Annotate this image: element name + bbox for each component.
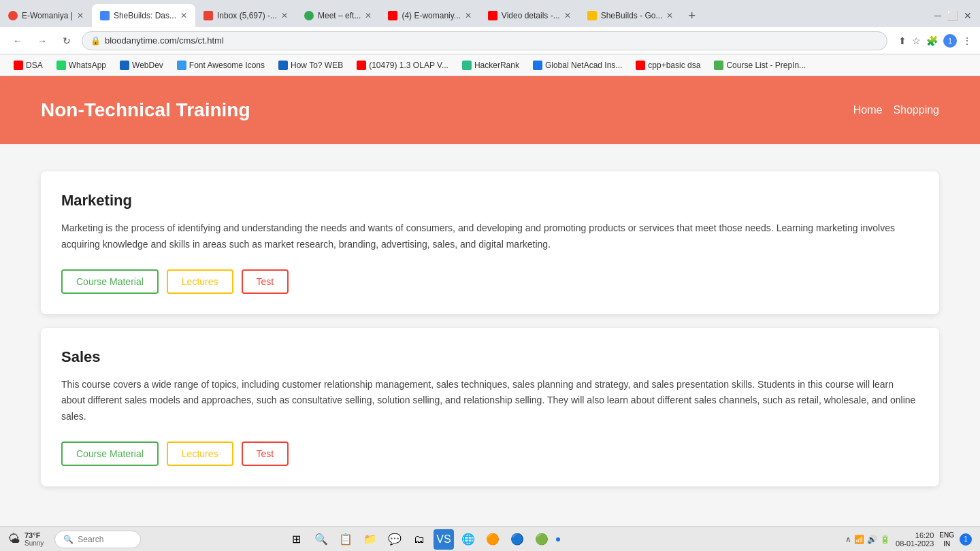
taskbar-clock[interactable]: 16:20 08-01-2023 xyxy=(896,531,934,548)
bookmark-hackerrank-label: HackerRank xyxy=(474,61,519,70)
bookmark-hackerrank-favicon xyxy=(462,61,472,70)
bookmark-howto-favicon xyxy=(278,61,288,70)
bookmark-hackerrank[interactable]: HackerRank xyxy=(457,59,525,72)
bookmark-olap[interactable]: (10479) 1.3 OLAP V... xyxy=(351,59,454,72)
tab-2[interactable]: SheBuilds: Das... ✕ xyxy=(92,4,195,27)
test-button-sales[interactable]: Test xyxy=(242,441,289,466)
reload-button[interactable]: ↻ xyxy=(57,31,76,50)
tab-3[interactable]: Inbox (5,697) -... ✕ xyxy=(195,4,296,27)
tab-5-favicon xyxy=(388,11,397,20)
bookmark-icon[interactable]: ☆ xyxy=(912,35,921,46)
forward-button[interactable]: → xyxy=(33,31,52,50)
taskbar-app-2[interactable]: VS xyxy=(434,529,454,550)
taskbar-windows-button[interactable]: ⊞ xyxy=(287,529,307,550)
tab-1-label: E-Womaniya | xyxy=(22,11,73,20)
tab-3-favicon xyxy=(203,11,213,20)
taskbar-notification-badge[interactable]: 1 xyxy=(960,533,972,546)
profile-icon[interactable]: 1 xyxy=(943,34,957,48)
course-material-button-marketing[interactable]: Course Material xyxy=(61,269,159,294)
taskbar: 🌤 73°F Sunny 🔍 ⊞ 🔍 📋 📁 💬 🗂 VS 🌐 🟠 🔵 🟢 ∧ … xyxy=(0,527,980,551)
tab-6-close[interactable]: ✕ xyxy=(564,11,571,20)
tab-7-close[interactable]: ✕ xyxy=(666,11,673,20)
more-options-icon[interactable]: ⋮ xyxy=(962,35,972,46)
minimize-button[interactable]: ─ xyxy=(934,10,941,21)
tab-6[interactable]: Video details -... ✕ xyxy=(480,4,579,27)
test-button-marketing[interactable]: Test xyxy=(242,269,289,294)
bookmark-prepinsta-favicon xyxy=(714,61,723,70)
tab-2-close[interactable]: ✕ xyxy=(180,11,187,20)
taskbar-up-arrow[interactable]: ∧ xyxy=(845,535,851,544)
bookmark-netacad-label: Global NetAcad Ins... xyxy=(545,61,622,70)
bookmark-cpp[interactable]: cpp+basic dsa xyxy=(630,59,706,72)
bookmark-whatsapp[interactable]: WhatsApp xyxy=(51,59,112,72)
tab-5-close[interactable]: ✕ xyxy=(465,11,472,20)
taskbar-search-app[interactable]: 🔍 xyxy=(311,529,331,550)
tab-7[interactable]: SheBuilds - Go... ✕ xyxy=(579,4,682,27)
tab-5[interactable]: (4) E-womaniy... ✕ xyxy=(380,4,479,27)
taskbar-temp: 73°F xyxy=(24,531,44,539)
tab-1-close[interactable]: ✕ xyxy=(77,11,84,20)
tab-7-favicon xyxy=(587,11,597,20)
taskbar-apps: ⊞ 🔍 📋 📁 💬 🗂 VS 🌐 🟠 🔵 🟢 xyxy=(287,529,560,550)
bookmark-webdev[interactable]: WebDev xyxy=(114,59,169,72)
taskbar-chat-app[interactable]: 💬 xyxy=(385,529,405,550)
tab-4-close[interactable]: ✕ xyxy=(365,11,372,20)
bookmark-fontawesome[interactable]: Font Awesome Icons xyxy=(172,59,270,72)
taskbar-file-explorer[interactable]: 📁 xyxy=(360,529,380,550)
taskbar-condition: Sunny xyxy=(24,539,44,547)
nav-shopping[interactable]: Shopping xyxy=(893,104,939,116)
taskbar-search-box[interactable]: 🔍 xyxy=(54,531,141,548)
taskbar-volume-icon[interactable]: 🔊 xyxy=(867,535,877,544)
nav-home[interactable]: Home xyxy=(853,104,883,116)
taskbar-task-view[interactable]: 📋 xyxy=(336,529,356,550)
taskbar-app-1[interactable]: 🗂 xyxy=(409,529,429,550)
taskbar-app-3[interactable]: 🌐 xyxy=(458,529,478,550)
maximize-button[interactable]: ⬜ xyxy=(947,10,958,21)
weather-icon: 🌤 xyxy=(8,532,20,546)
course-buttons-marketing: Course Material Lectures Test xyxy=(61,269,919,294)
back-button[interactable]: ← xyxy=(8,31,27,50)
course-material-button-sales[interactable]: Course Material xyxy=(61,441,159,466)
bookmark-netacad-favicon xyxy=(533,61,542,70)
taskbar-app-5[interactable]: 🟢 xyxy=(532,529,552,550)
header-nav: Home Shopping xyxy=(853,104,939,116)
course-card-marketing: Marketing Marketing is the process of id… xyxy=(41,171,939,314)
main-content: Marketing Marketing is the process of id… xyxy=(0,144,980,514)
bookmark-dsa[interactable]: DSA xyxy=(8,59,48,72)
bookmark-webdev-favicon xyxy=(120,61,129,70)
address-input[interactable]: 🔒 bloodanytime.com/cms/ct.html xyxy=(82,31,887,50)
lectures-button-marketing[interactable]: Lectures xyxy=(167,269,233,294)
taskbar-system-tray: ∧ 📶 🔊 🔋 16:20 08-01-2023 ENG IN 1 xyxy=(845,531,972,548)
address-bar-row: ← → ↻ 🔒 bloodanytime.com/cms/ct.html ⬆ ☆… xyxy=(0,27,980,54)
taskbar-search-input[interactable] xyxy=(78,535,132,544)
page-content: Non-Technical Training Home Shopping Mar… xyxy=(0,76,980,527)
bookmark-howto-label: How To? WEB xyxy=(291,61,343,70)
taskbar-search-icon: 🔍 xyxy=(63,535,74,544)
tab-2-label: SheBuilds: Das... xyxy=(114,11,176,20)
lectures-button-sales[interactable]: Lectures xyxy=(167,441,233,466)
bookmarks-bar: DSA WhatsApp WebDev Font Awesome Icons H… xyxy=(0,54,980,76)
bookmark-prepinsta-label: Course List - PrepIn... xyxy=(726,61,806,70)
bookmark-dsa-label: DSA xyxy=(26,61,43,70)
bookmark-prepinsta[interactable]: Course List - PrepIn... xyxy=(708,59,811,72)
taskbar-app-4[interactable]: 🟠 xyxy=(483,529,503,550)
tab-1[interactable]: E-Womaniya | ✕ xyxy=(0,4,92,27)
taskbar-wifi-icon[interactable]: 📶 xyxy=(854,535,864,544)
bookmark-netacad[interactable]: Global NetAcad Ins... xyxy=(527,59,627,72)
course-description-marketing: Marketing is the process of identifying … xyxy=(61,220,919,253)
close-button[interactable]: ✕ xyxy=(964,10,972,21)
taskbar-date: 08-01-2023 xyxy=(896,539,934,548)
taskbar-language: ENG IN xyxy=(939,531,954,548)
bookmark-whatsapp-favicon xyxy=(56,61,66,70)
bookmark-cpp-favicon xyxy=(636,61,645,70)
tab-4[interactable]: Meet – eft... ✕ xyxy=(296,4,380,27)
bookmark-olap-favicon xyxy=(357,61,366,70)
new-tab-button[interactable]: + xyxy=(681,9,702,23)
extensions-icon[interactable]: 🧩 xyxy=(926,35,938,46)
tab-3-close[interactable]: ✕ xyxy=(281,11,288,20)
taskbar-chrome-app[interactable]: 🔵 xyxy=(507,529,527,550)
bookmark-howto[interactable]: How To? WEB xyxy=(273,59,348,72)
share-icon[interactable]: ⬆ xyxy=(898,35,906,46)
site-title: Non-Technical Training xyxy=(41,99,250,121)
taskbar-battery-icon[interactable]: 🔋 xyxy=(880,535,890,544)
